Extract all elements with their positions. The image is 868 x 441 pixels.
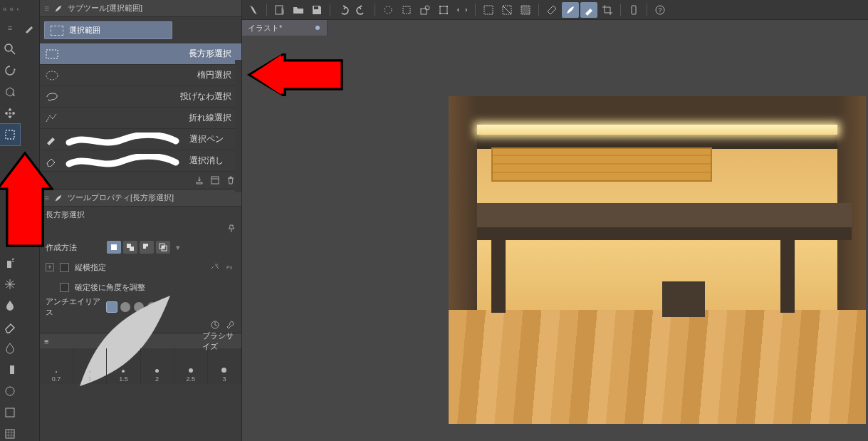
decoration-tool-icon[interactable]: [0, 274, 20, 295]
subtool-panel-header[interactable]: ≡ サブツール[選択範囲]: [40, 0, 241, 17]
open-icon[interactable]: [290, 2, 307, 18]
svg-rect-24: [6, 408, 14, 417]
top-toolbar: ?: [242, 0, 868, 20]
subtool-item-rect[interactable]: 長方形選択: [40, 43, 241, 65]
subtool-category-tab[interactable]: 選択範囲: [44, 21, 172, 39]
export-subtool-icon[interactable]: [194, 175, 204, 185]
bounds-icon[interactable]: [398, 2, 415, 18]
brush-preset[interactable]: 2: [141, 348, 174, 384]
pen-b-icon[interactable]: [580, 2, 597, 18]
wrench-icon[interactable]: [226, 320, 236, 330]
brush-presets: 0.7 1 1.5 2 2.5 3: [40, 348, 241, 384]
rail-collapse[interactable]: « « ‹: [0, 0, 39, 17]
svg-text:Px: Px: [226, 265, 233, 270]
save-icon[interactable]: [308, 2, 325, 18]
svg-rect-26: [46, 50, 58, 58]
subtool-item-pen[interactable]: 選択ペン: [40, 129, 241, 150]
gradient-tool-icon[interactable]: [0, 359, 20, 380]
brush-preset[interactable]: 0.7: [40, 348, 73, 384]
collapse-back-icon[interactable]: ‹: [16, 5, 19, 13]
sel-c-icon[interactable]: [517, 2, 534, 18]
unsaved-dot-icon: [315, 26, 320, 30]
mode-add-button[interactable]: [123, 241, 137, 254]
blend-tool-icon[interactable]: [0, 295, 20, 316]
magnify-tool-icon[interactable]: [0, 38, 20, 60]
brush-preset[interactable]: 2.5: [174, 348, 208, 384]
redo-icon[interactable]: [353, 2, 370, 18]
eraser-tool-icon[interactable]: [0, 316, 20, 338]
subtool-item-ellipse[interactable]: 楕円選択: [40, 65, 241, 86]
flip-icon[interactable]: [454, 2, 471, 18]
svg-text:?: ?: [658, 6, 662, 14]
spray-tool-icon[interactable]: [0, 252, 20, 274]
svg-point-27: [46, 71, 58, 80]
sel-b-icon[interactable]: [498, 2, 516, 18]
pen-a-icon[interactable]: [562, 2, 579, 18]
svg-rect-29: [111, 244, 117, 250]
panel-menu-icon[interactable]: ≡: [44, 4, 49, 14]
svg-rect-9: [439, 13, 441, 14]
shape-icon[interactable]: [417, 2, 434, 18]
panel-menu-icon[interactable]: ≡: [44, 193, 49, 203]
brush-tool-icon[interactable]: [20, 17, 40, 38]
ruler-icon[interactable]: [543, 2, 560, 18]
tool-menu-icon[interactable]: ≡: [0, 17, 20, 38]
document-tab[interactable]: イラスト*: [242, 20, 328, 36]
frame-tool-icon[interactable]: [0, 402, 20, 423]
subtool-item-label: 選択消し: [185, 155, 228, 167]
figure-circle-icon[interactable]: [0, 380, 20, 402]
mode-sub-button[interactable]: [140, 241, 154, 254]
reset-prop-icon[interactable]: [210, 320, 220, 330]
ruler-tool-icon[interactable]: [0, 423, 20, 441]
sel-a-icon[interactable]: [480, 2, 497, 18]
panel-stack: ≡ サブツール[選択範囲] 選択範囲 長方形選択 楕円選択 投げなわ選択 折れ線…: [40, 0, 242, 441]
brush-preview-stroke: [66, 133, 179, 147]
toolprop-header[interactable]: ≡ ツールプロパティ[長方形選択]: [40, 190, 241, 207]
svg-text:%: %: [215, 263, 219, 267]
subtool-item-polyline[interactable]: 折れ線選択: [40, 108, 241, 129]
subtool-item-lasso[interactable]: 投げなわ選択: [40, 86, 241, 108]
aspect-px-icon[interactable]: Px: [226, 262, 236, 272]
transform-icon[interactable]: [435, 2, 452, 18]
mode-intersect-button[interactable]: [156, 241, 170, 254]
brushsize-header[interactable]: ≡ ブラシサイズ: [40, 333, 241, 348]
panel-menu-icon[interactable]: ≡: [44, 337, 48, 346]
mode-new-button[interactable]: [107, 241, 121, 254]
help-icon[interactable]: ?: [652, 2, 669, 18]
collapse-left2-icon[interactable]: «: [10, 5, 14, 13]
selection-pen-icon: [44, 133, 60, 146]
brush-preset[interactable]: 1.5: [107, 348, 140, 384]
move-tool-icon[interactable]: [0, 103, 20, 124]
brush-preset[interactable]: 3: [208, 348, 241, 384]
rotate-view-icon[interactable]: [0, 60, 20, 81]
fill-tool-icon[interactable]: [0, 338, 20, 359]
svg-rect-20: [7, 261, 11, 268]
new-subtool-icon[interactable]: [210, 175, 220, 185]
subtool-item-eraser[interactable]: 選択消し: [40, 150, 241, 172]
object-tool-icon[interactable]: [0, 81, 20, 103]
ellipse-marquee-icon: [44, 69, 60, 82]
aspect-ratio-icon[interactable]: %: [210, 262, 220, 272]
delete-subtool-icon[interactable]: [226, 175, 236, 185]
marquee-tool-icon[interactable]: [0, 124, 20, 145]
svg-rect-36: [162, 246, 164, 249]
subtool-scrollbar[interactable]: [235, 60, 241, 192]
tool-column: ≡: [0, 17, 40, 441]
selection-eraser-icon: [44, 155, 60, 167]
undo-icon[interactable]: [335, 2, 352, 18]
rect-marquee-icon: [44, 48, 60, 61]
loading-icon[interactable]: [380, 2, 397, 18]
app-logo-icon[interactable]: [245, 2, 262, 18]
prop-row-creation: 作成方法 ▾: [40, 237, 241, 257]
svg-rect-22: [6, 365, 10, 374]
prop-label: 作成方法: [46, 242, 101, 253]
svg-rect-3: [403, 6, 410, 14]
canvas-area[interactable]: [242, 36, 868, 441]
brush-preset[interactable]: 1: [73, 348, 107, 384]
crop-icon[interactable]: [599, 2, 616, 18]
collapse-left-icon[interactable]: «: [3, 5, 7, 13]
new-canvas-icon[interactable]: [271, 2, 288, 18]
svg-rect-28: [211, 177, 219, 184]
pin-icon[interactable]: [227, 224, 236, 233]
tablet-icon[interactable]: [625, 2, 642, 18]
